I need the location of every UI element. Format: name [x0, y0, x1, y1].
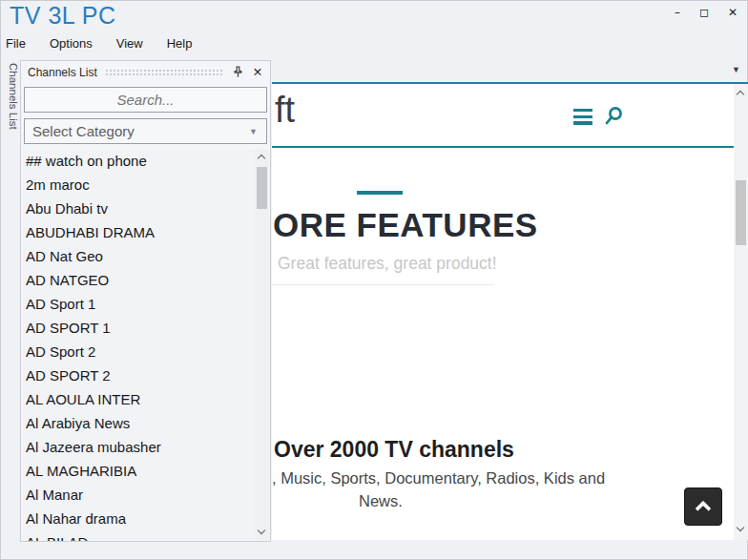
menu-item-options[interactable]: Options [50, 35, 93, 54]
menu-item-view[interactable]: View [116, 35, 143, 54]
channels-panel-title: Channels List [28, 66, 97, 79]
category-dropdown[interactable]: Select Category ▼ [24, 118, 267, 144]
channel-list-item[interactable]: AD Nat Geo [22, 244, 255, 268]
maximize-button[interactable]: ◻ [699, 6, 709, 19]
channel-list-item[interactable]: AD NATGEO [22, 268, 255, 292]
channel-list-item[interactable]: Abu Dhabi tv [22, 197, 255, 220]
search-input[interactable] [25, 88, 266, 112]
channel-list: ## watch on phone2m marocAbu Dhabi tvABU… [22, 149, 255, 541]
channel-list-item[interactable]: ## watch on phone [22, 149, 255, 173]
channel-list-item[interactable]: AL BILAD [22, 530, 255, 541]
channel-list-item[interactable]: AD Sport 1 [22, 292, 255, 316]
scroll-up-icon[interactable] [259, 156, 264, 161]
search-box [24, 87, 267, 113]
site-logo-partial: ft [275, 90, 295, 131]
channels-feature-heading: Over 2000 TV channels [274, 437, 514, 463]
scrollbar-thumb[interactable] [736, 180, 746, 245]
channel-list-item[interactable]: Al Manar [22, 483, 255, 507]
header-divider [272, 146, 734, 148]
channels-panel: Channels List ✕ Select Category ▼ ## wat… [20, 60, 271, 542]
channel-list-item[interactable]: AD SPORT 1 [22, 316, 255, 340]
panel-drag-texture [105, 69, 222, 77]
channel-list-item[interactable]: AL MAGHARIBIA [22, 459, 255, 483]
back-to-top-button[interactable] [684, 487, 722, 526]
menu-item-help[interactable]: Help [167, 35, 193, 54]
menu-hamburger-icon[interactable] [573, 109, 592, 128]
features-divider [272, 284, 493, 285]
channels-feature-description: , Music, Sports, Documentary, Radios, Ki… [272, 469, 605, 487]
channel-list-item[interactable]: ABUDHABI DRAMA [22, 220, 255, 244]
scroll-down-icon[interactable] [738, 525, 743, 530]
menu-bar: File Options View Help [1, 35, 216, 54]
scroll-down-icon[interactable] [259, 528, 264, 533]
channels-feature-description-2: News. [359, 492, 403, 510]
menu-item-file[interactable]: File [6, 35, 26, 54]
web-page: ft ORE FEATURES Great features, great pr… [272, 84, 734, 540]
close-button[interactable]: ✕ [728, 6, 738, 19]
channel-list-item[interactable]: AD SPORT 2 [22, 363, 255, 387]
channel-list-item[interactable]: 2m maroc [22, 173, 255, 197]
site-search-icon[interactable] [602, 105, 625, 132]
features-subtitle: Great features, great product! [278, 254, 497, 274]
chevron-up-icon [696, 501, 712, 517]
features-heading: ORE FEATURES [273, 206, 538, 244]
channel-list-item[interactable]: Al Jazeera mubasher [22, 435, 255, 459]
chevron-down-icon: ▼ [249, 127, 258, 136]
minimize-button[interactable]: – [675, 6, 680, 19]
channel-list-item[interactable]: Al Nahar drama [22, 507, 255, 530]
channel-list-scrollbar[interactable] [255, 150, 269, 540]
window-controls: – ◻ ✕ [675, 6, 738, 19]
channels-panel-header[interactable]: Channels List ✕ [21, 61, 270, 83]
scroll-up-icon[interactable] [738, 92, 743, 97]
page-scrollbar[interactable] [734, 84, 748, 540]
pin-icon[interactable] [230, 65, 245, 80]
section-accent-bar [357, 191, 403, 195]
app-window: TV 3L PC – ◻ ✕ File Options View Help Ch… [0, 0, 748, 560]
channel-list-container: ## watch on phone2m marocAbu Dhabi tvABU… [22, 149, 269, 541]
web-view: ▼ ft ORE FEATURES Great features, great … [272, 58, 748, 542]
category-dropdown-value: Select Category [32, 123, 135, 139]
sidebar-tab-channels-list[interactable]: Channels List [2, 60, 19, 175]
channel-list-item[interactable]: AD Sport 2 [22, 340, 255, 363]
toolbar-dropdown-icon[interactable]: ▼ [732, 65, 740, 74]
channel-list-item[interactable]: Al Arabiya News [22, 411, 255, 435]
webview-toolbar-strip: ▼ [272, 58, 748, 82]
window-title: TV 3L PC [10, 2, 115, 30]
channel-list-item[interactable]: AL AOULA INTER [22, 387, 255, 411]
panel-close-icon[interactable]: ✕ [250, 65, 265, 80]
scrollbar-thumb[interactable] [257, 167, 267, 209]
